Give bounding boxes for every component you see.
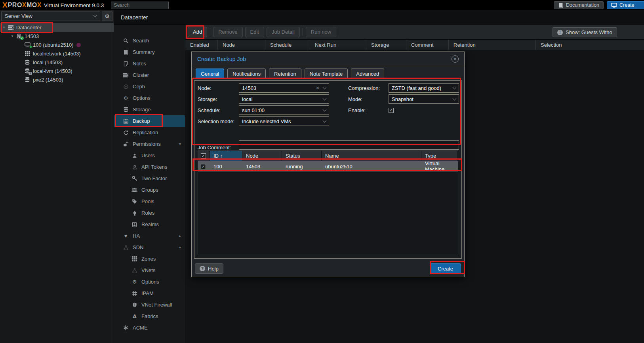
field-selection-mode[interactable]: Include selected VMs	[239, 116, 329, 126]
magnifier-icon	[122, 38, 129, 44]
vm-column-node[interactable]: Node	[242, 151, 282, 161]
create-backup-job-dialog: Create: Backup Job × GeneralNotification…	[191, 51, 465, 277]
create-vm-button[interactable]: Create	[607, 1, 644, 9]
vm-table-row[interactable]: ✓10014503runningubuntu2510Virtual Machin…	[198, 161, 458, 172]
clear-icon[interactable]: ×	[316, 85, 319, 91]
sidebar-item-realms[interactable]: Realms	[114, 219, 185, 230]
tree-item-100-ubuntu2510[interactable]: ▶100 (ubuntu2510)	[0, 40, 114, 49]
sidebar-item-search[interactable]: Search	[114, 35, 185, 46]
documentation-button[interactable]: Documentation	[554, 1, 604, 9]
edit-button[interactable]: Edit	[245, 27, 264, 37]
sidebar-item-vnet-firewall[interactable]: VNet Firewall	[114, 299, 185, 311]
jobs-column-node[interactable]: Node	[218, 40, 265, 50]
create-button[interactable]: Create	[430, 263, 461, 274]
tree-item-datacenter[interactable]: ▾Datacenter	[0, 23, 114, 32]
jobs-column-selection[interactable]: Selection	[536, 40, 644, 50]
sidebar-item-vnets[interactable]: VNets	[114, 265, 185, 276]
search-input[interactable]	[111, 2, 169, 9]
select-all-checkbox[interactable]: ✓	[201, 153, 206, 158]
vm-column-name[interactable]: Name	[322, 151, 421, 161]
tree-item-local-14503[interactable]: local (14503)	[0, 58, 114, 67]
sidebar-item-options[interactable]: ⚙Options	[114, 276, 185, 288]
view-selector[interactable]: Server View	[1, 11, 100, 21]
tree-item-localnetwork-14503[interactable]: localnetwork (14503)	[0, 49, 114, 58]
sidebar-item-options[interactable]: ⚙Options	[114, 92, 185, 104]
sidebar-item-pools[interactable]: Pools	[114, 196, 185, 207]
chevron-down-icon[interactable]	[453, 96, 457, 100]
sidebar-item-cluster[interactable]: Cluster	[114, 69, 185, 81]
remove-button[interactable]: Remove	[213, 27, 242, 37]
help-button[interactable]: ? Help	[195, 263, 223, 274]
sidebar-item-backup[interactable]: Backup	[114, 115, 185, 127]
sidebar-item-ipam[interactable]: IPAM	[114, 288, 185, 299]
sidebar-item-groups[interactable]: Groups	[114, 184, 185, 196]
enable-checkbox[interactable]: ✓	[389, 108, 394, 113]
run-now-button[interactable]: Run now	[306, 27, 336, 37]
sidebar-item-storage[interactable]: Storage	[114, 104, 185, 115]
add-button[interactable]: Add	[188, 27, 207, 37]
jobs-column-next-run[interactable]: Next Run	[310, 40, 366, 50]
chevron-down-icon[interactable]	[453, 85, 457, 89]
close-icon[interactable]: ×	[452, 55, 459, 63]
field-node[interactable]: 14503×	[239, 83, 329, 93]
job-detail-button[interactable]: Job Detail	[267, 27, 300, 37]
field-mode[interactable]: Snapshot	[389, 94, 459, 104]
sidebar-item-users[interactable]: Users	[114, 150, 185, 161]
sidebar-item-api-tokens[interactable]: API Tokens	[114, 161, 185, 173]
jobs-column-storage[interactable]: Storage	[366, 40, 406, 50]
field-compression[interactable]: ZSTD (fast and good)	[389, 83, 459, 93]
sidebar-item-label: Search	[133, 38, 149, 44]
toolbar-separator	[210, 28, 210, 36]
vm-tag-dot	[76, 43, 81, 47]
sidebar-item-fabrics[interactable]: AFabrics	[114, 311, 185, 322]
page-title: Datacenter	[121, 14, 148, 21]
sidebar-item-two-factor[interactable]: Two Factor	[114, 173, 185, 184]
sidebar-item-ceph[interactable]: Ceph	[114, 81, 185, 92]
tree-item-14503[interactable]: ▾✓14503	[0, 32, 114, 40]
jobs-column-retention[interactable]: Retention	[449, 40, 536, 50]
row-checkbox[interactable]: ✓	[201, 164, 206, 169]
tab-note-template[interactable]: Note Template	[305, 69, 348, 79]
expand-toggle-icon[interactable]: ▾	[9, 34, 15, 38]
sidebar-item-replication[interactable]: Replication	[114, 127, 185, 138]
tree-item-pxe2-14503[interactable]: pxe2 (14503)	[0, 75, 114, 84]
sidebar-item-label: Summary	[133, 49, 155, 55]
field-storage[interactable]: local	[239, 94, 329, 104]
toolbar-separator	[303, 28, 303, 36]
idcard-icon	[131, 222, 138, 227]
jobs-column-comment[interactable]: Comment	[406, 40, 449, 50]
jobs-column-schedule[interactable]: Schedule	[265, 40, 310, 50]
sidebar-item-zones[interactable]: Zones	[114, 253, 185, 265]
job-comment-input[interactable]	[239, 140, 459, 150]
tab-general[interactable]: General	[196, 69, 224, 79]
sidebar-item-sdn[interactable]: SDN▾	[114, 242, 185, 253]
chevron-down-icon[interactable]	[323, 85, 327, 89]
sidebar-item-notes[interactable]: Notes	[114, 58, 185, 69]
sidebar-item-label: Replication	[133, 130, 158, 135]
sidebar-item-ha[interactable]: ♥HA▸	[114, 230, 185, 242]
field-value: sun 01:00	[242, 107, 265, 113]
sidebar-item-summary[interactable]: Summary	[114, 46, 185, 58]
tab-retention[interactable]: Retention	[269, 69, 301, 79]
chevron-down-icon[interactable]	[323, 107, 327, 111]
jobs-column-enabled[interactable]: Enabled	[185, 40, 218, 50]
tab-advanced[interactable]: Advanced	[351, 69, 384, 79]
sidebar-item-label: Users	[141, 152, 155, 158]
chevron-down-icon	[93, 13, 97, 17]
sidebar-item-acme[interactable]: ACME	[114, 322, 185, 333]
expand-toggle-icon[interactable]: ▾	[1, 25, 7, 29]
sidebar-item-roles[interactable]: Roles	[114, 207, 185, 219]
chevron-down-icon[interactable]	[323, 118, 327, 122]
sidebar-item-label: Groups	[141, 187, 158, 193]
field-schedule[interactable]: sun 01:00	[239, 105, 329, 115]
sidebar-item-permissions[interactable]: Permissions▾	[114, 138, 185, 150]
vm-column-id[interactable]: ID ↑	[210, 151, 242, 161]
chevron-down-icon[interactable]	[323, 96, 327, 100]
tree-item-local-lvm-14503[interactable]: ?local-lvm (14503)	[0, 67, 114, 75]
vm-column-status[interactable]: Status	[282, 151, 322, 161]
tab-notifications[interactable]: Notifications	[227, 69, 266, 79]
sidebar-item-label: Permissions	[133, 141, 161, 147]
tree-settings-button[interactable]: ⚙	[102, 11, 112, 21]
vm-column-type[interactable]: Type	[421, 151, 458, 161]
show-filter-button[interactable]: ! Show: Guests Witho	[553, 27, 617, 37]
